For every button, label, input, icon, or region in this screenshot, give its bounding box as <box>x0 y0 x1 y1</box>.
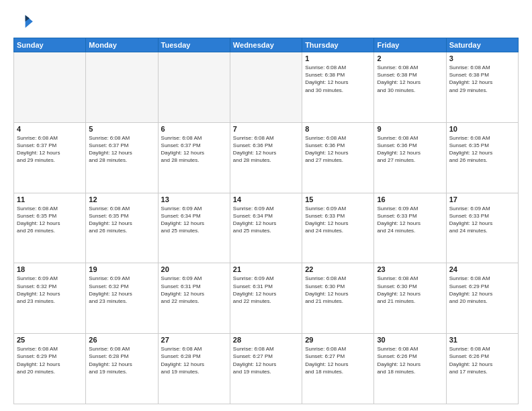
calendar-cell: 28Sunrise: 6:08 AM Sunset: 6:27 PM Dayli… <box>230 334 302 404</box>
day-info: Sunrise: 6:08 AM Sunset: 6:38 PM Dayligh… <box>449 64 515 94</box>
calendar-cell <box>158 52 230 123</box>
calendar-cell: 9Sunrise: 6:08 AM Sunset: 6:36 PM Daylig… <box>374 122 446 193</box>
day-number: 11 <box>17 195 83 203</box>
calendar-cell <box>14 52 86 123</box>
weekday-header-thursday: Thursday <box>302 38 374 52</box>
day-info: Sunrise: 6:08 AM Sunset: 6:35 PM Dayligh… <box>449 134 515 165</box>
week-row-4: 18Sunrise: 6:09 AM Sunset: 6:32 PM Dayli… <box>14 263 519 334</box>
calendar-cell: 30Sunrise: 6:08 AM Sunset: 6:26 PM Dayli… <box>374 334 446 404</box>
day-number: 8 <box>305 125 371 133</box>
day-info: Sunrise: 6:08 AM Sunset: 6:35 PM Dayligh… <box>17 205 83 235</box>
day-number: 21 <box>233 265 299 273</box>
calendar-cell: 19Sunrise: 6:09 AM Sunset: 6:32 PM Dayli… <box>86 263 158 334</box>
calendar-cell: 8Sunrise: 6:08 AM Sunset: 6:36 PM Daylig… <box>302 122 374 193</box>
day-info: Sunrise: 6:08 AM Sunset: 6:29 PM Dayligh… <box>449 275 515 305</box>
day-info: Sunrise: 6:08 AM Sunset: 6:28 PM Dayligh… <box>161 345 227 375</box>
day-number: 25 <box>17 336 83 344</box>
day-number: 26 <box>89 336 154 344</box>
calendar-cell: 14Sunrise: 6:09 AM Sunset: 6:34 PM Dayli… <box>230 193 302 263</box>
calendar-cell: 16Sunrise: 6:09 AM Sunset: 6:33 PM Dayli… <box>374 193 446 263</box>
day-number: 31 <box>449 336 515 344</box>
logo <box>13 11 38 32</box>
calendar-cell: 15Sunrise: 6:09 AM Sunset: 6:33 PM Dayli… <box>302 193 374 263</box>
day-number: 29 <box>305 336 371 344</box>
calendar-cell: 3Sunrise: 6:08 AM Sunset: 6:38 PM Daylig… <box>446 52 518 123</box>
day-info: Sunrise: 6:08 AM Sunset: 6:29 PM Dayligh… <box>17 345 83 375</box>
day-info: Sunrise: 6:09 AM Sunset: 6:34 PM Dayligh… <box>161 205 227 235</box>
day-info: Sunrise: 6:08 AM Sunset: 6:30 PM Dayligh… <box>305 275 371 305</box>
day-info: Sunrise: 6:08 AM Sunset: 6:38 PM Dayligh… <box>377 64 443 94</box>
day-number: 16 <box>377 195 443 203</box>
day-info: Sunrise: 6:08 AM Sunset: 6:37 PM Dayligh… <box>17 134 83 165</box>
calendar-cell: 25Sunrise: 6:08 AM Sunset: 6:29 PM Dayli… <box>14 334 86 404</box>
calendar-table: SundayMondayTuesdayWednesdayThursdayFrid… <box>13 38 519 404</box>
day-info: Sunrise: 6:08 AM Sunset: 6:30 PM Dayligh… <box>377 275 443 305</box>
day-info: Sunrise: 6:09 AM Sunset: 6:34 PM Dayligh… <box>233 205 299 235</box>
calendar-cell: 4Sunrise: 6:08 AM Sunset: 6:37 PM Daylig… <box>14 122 86 193</box>
day-number: 13 <box>161 195 227 203</box>
day-info: Sunrise: 6:09 AM Sunset: 6:33 PM Dayligh… <box>449 205 515 235</box>
calendar-cell: 18Sunrise: 6:09 AM Sunset: 6:32 PM Dayli… <box>14 263 86 334</box>
day-number: 24 <box>449 265 515 273</box>
weekday-header-monday: Monday <box>86 38 158 52</box>
day-info: Sunrise: 6:08 AM Sunset: 6:37 PM Dayligh… <box>89 134 154 165</box>
calendar-cell: 1Sunrise: 6:08 AM Sunset: 6:38 PM Daylig… <box>302 52 374 123</box>
calendar-cell: 22Sunrise: 6:08 AM Sunset: 6:30 PM Dayli… <box>302 263 374 334</box>
calendar-cell: 23Sunrise: 6:08 AM Sunset: 6:30 PM Dayli… <box>374 263 446 334</box>
weekday-header-wednesday: Wednesday <box>230 38 302 52</box>
calendar-cell: 20Sunrise: 6:09 AM Sunset: 6:31 PM Dayli… <box>158 263 230 334</box>
week-row-5: 25Sunrise: 6:08 AM Sunset: 6:29 PM Dayli… <box>14 334 519 404</box>
calendar-cell: 5Sunrise: 6:08 AM Sunset: 6:37 PM Daylig… <box>86 122 158 193</box>
day-info: Sunrise: 6:08 AM Sunset: 6:38 PM Dayligh… <box>305 64 371 94</box>
header <box>13 11 519 32</box>
calendar-cell: 29Sunrise: 6:08 AM Sunset: 6:27 PM Dayli… <box>302 334 374 404</box>
day-number: 17 <box>449 195 515 203</box>
logo-icon <box>13 11 35 32</box>
day-number: 23 <box>377 265 443 273</box>
calendar-cell: 6Sunrise: 6:08 AM Sunset: 6:37 PM Daylig… <box>158 122 230 193</box>
weekday-header-saturday: Saturday <box>446 38 518 52</box>
calendar-cell: 31Sunrise: 6:08 AM Sunset: 6:26 PM Dayli… <box>446 334 518 404</box>
week-row-3: 11Sunrise: 6:08 AM Sunset: 6:35 PM Dayli… <box>14 193 519 263</box>
calendar-cell: 10Sunrise: 6:08 AM Sunset: 6:35 PM Dayli… <box>446 122 518 193</box>
day-number: 5 <box>89 125 154 133</box>
day-info: Sunrise: 6:08 AM Sunset: 6:36 PM Dayligh… <box>233 134 299 165</box>
day-number: 6 <box>161 125 227 133</box>
weekday-header-sunday: Sunday <box>14 38 86 52</box>
day-number: 12 <box>89 195 154 203</box>
calendar-cell: 21Sunrise: 6:09 AM Sunset: 6:31 PM Dayli… <box>230 263 302 334</box>
day-number: 7 <box>233 125 299 133</box>
day-number: 15 <box>305 195 371 203</box>
week-row-1: 1Sunrise: 6:08 AM Sunset: 6:38 PM Daylig… <box>14 52 519 123</box>
calendar-cell: 2Sunrise: 6:08 AM Sunset: 6:38 PM Daylig… <box>374 52 446 123</box>
day-number: 14 <box>233 195 299 203</box>
day-info: Sunrise: 6:08 AM Sunset: 6:26 PM Dayligh… <box>449 345 515 375</box>
calendar-cell: 12Sunrise: 6:08 AM Sunset: 6:35 PM Dayli… <box>86 193 158 263</box>
day-info: Sunrise: 6:08 AM Sunset: 6:35 PM Dayligh… <box>89 205 154 235</box>
day-info: Sunrise: 6:08 AM Sunset: 6:37 PM Dayligh… <box>161 134 227 165</box>
day-info: Sunrise: 6:08 AM Sunset: 6:36 PM Dayligh… <box>377 134 443 165</box>
day-info: Sunrise: 6:08 AM Sunset: 6:36 PM Dayligh… <box>305 134 371 165</box>
day-info: Sunrise: 6:09 AM Sunset: 6:33 PM Dayligh… <box>305 205 371 235</box>
day-number: 4 <box>17 125 83 133</box>
day-info: Sunrise: 6:08 AM Sunset: 6:27 PM Dayligh… <box>233 345 299 375</box>
day-number: 19 <box>89 265 154 273</box>
calendar-cell <box>86 52 158 123</box>
day-number: 3 <box>449 54 515 62</box>
calendar-cell: 11Sunrise: 6:08 AM Sunset: 6:35 PM Dayli… <box>14 193 86 263</box>
weekday-header-friday: Friday <box>374 38 446 52</box>
day-number: 18 <box>17 265 83 273</box>
day-info: Sunrise: 6:09 AM Sunset: 6:32 PM Dayligh… <box>17 275 83 305</box>
day-info: Sunrise: 6:09 AM Sunset: 6:31 PM Dayligh… <box>233 275 299 305</box>
day-number: 22 <box>305 265 371 273</box>
calendar-cell: 7Sunrise: 6:08 AM Sunset: 6:36 PM Daylig… <box>230 122 302 193</box>
day-number: 30 <box>377 336 443 344</box>
day-info: Sunrise: 6:09 AM Sunset: 6:32 PM Dayligh… <box>89 275 154 305</box>
day-number: 20 <box>161 265 227 273</box>
page: SundayMondayTuesdayWednesdayThursdayFrid… <box>0 0 532 411</box>
day-info: Sunrise: 6:09 AM Sunset: 6:33 PM Dayligh… <box>377 205 443 235</box>
week-row-2: 4Sunrise: 6:08 AM Sunset: 6:37 PM Daylig… <box>14 122 519 193</box>
calendar-cell: 13Sunrise: 6:09 AM Sunset: 6:34 PM Dayli… <box>158 193 230 263</box>
day-number: 1 <box>305 54 371 62</box>
calendar-cell <box>230 52 302 123</box>
